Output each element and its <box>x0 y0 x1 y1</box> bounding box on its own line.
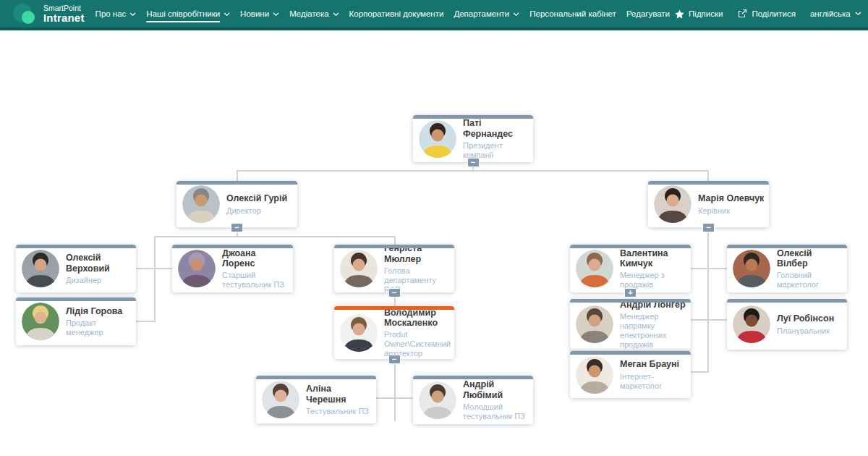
navbar-right: Підписки Поділитися англійська <box>675 9 861 19</box>
nav-item-employees[interactable]: Наші співробітники <box>141 0 235 28</box>
expand-button[interactable]: + <box>624 288 637 297</box>
employee-title: Планувальник <box>777 326 834 336</box>
employee-card-maria-olevchuk[interactable]: Марія Олевчук Керівник <box>648 181 769 227</box>
employee-card-volodymyr-moskalenko[interactable]: Володимир Москаленко Produt Owner\Систем… <box>334 306 454 359</box>
chevron-down-icon <box>855 12 861 16</box>
card-accent-bar <box>570 299 691 303</box>
share-label: Поділитися <box>752 9 795 18</box>
smartpoint-logo[interactable]: SmartPoint Intranet <box>13 1 85 26</box>
chevron-down-icon <box>129 12 136 17</box>
chevron-down-icon <box>333 12 339 17</box>
avatar <box>22 303 59 340</box>
card-accent-bar <box>727 245 847 248</box>
card-accent-bar <box>727 299 847 303</box>
employee-name: Олексій Верховий <box>66 253 133 274</box>
employee-title: Інтернет-маркетолог <box>620 372 688 391</box>
collapse-button[interactable]: − <box>388 288 401 297</box>
employee-name: Марія Олевчук <box>698 193 764 203</box>
collapse-button[interactable]: − <box>702 223 715 232</box>
share-button[interactable]: Поділитися <box>737 9 795 19</box>
card-accent-bar <box>648 181 769 185</box>
nav-item-edit[interactable]: Редагувати <box>621 0 675 28</box>
employee-card-valentyna-kymchuk[interactable]: Валентина Кимчук Менеджер з продажів <box>570 245 691 292</box>
avatar <box>733 250 770 287</box>
employee-card-oleksii-vilber[interactable]: Олексій Вілбер Головний маркетолог <box>727 245 847 292</box>
nav-item-cabinet[interactable]: Персональний кабінет <box>524 0 621 28</box>
connector-line <box>136 321 155 322</box>
connector-line <box>136 268 172 269</box>
employee-card-mehan-brauni[interactable]: Меган Брауні Інтернет-маркетолог <box>570 351 691 398</box>
employee-name: Лідія Горова <box>66 306 133 316</box>
employee-card-alina-chereshnia[interactable]: Аліна Черешня Тестувальник ПЗ <box>256 376 376 423</box>
nav-item-documents[interactable]: Корпоративні документи <box>344 0 449 28</box>
employee-text: Олексій Верховий Дизайнер <box>66 252 133 285</box>
connector-line <box>237 170 709 172</box>
card-accent-bar <box>172 245 293 248</box>
nav-item-label: Корпоративні документи <box>349 9 444 18</box>
employee-card-henrista-muller[interactable]: Генріста Мюллер Голова департаменту R&D <box>334 245 454 292</box>
card-accent-bar <box>334 306 454 310</box>
collapse-button[interactable]: − <box>388 355 401 364</box>
connector-line <box>154 236 156 322</box>
card-accent-bar <box>570 351 691 355</box>
logo-line2: Intranet <box>43 12 85 24</box>
employee-text: Олексій Вілбер Головний маркетолог <box>777 248 844 290</box>
employee-name: Джоана Лоренс <box>222 248 290 269</box>
avatar <box>419 381 456 419</box>
logo-line1: SmartPoint <box>43 4 85 12</box>
employee-card-lidia-horova[interactable]: Лідія Горова Продакт менеджер <box>16 297 136 345</box>
avatar <box>733 305 770 343</box>
employee-card-andrii-liubimyi[interactable]: Андрій Любімий Молодший тестувальник ПЗ <box>413 376 533 424</box>
connector-line <box>707 171 709 181</box>
employee-name: Луї Робінсон <box>777 313 834 324</box>
share-icon <box>737 9 747 19</box>
employee-card-oleksii-gurii[interactable]: Олексій Гурій Директор <box>176 181 297 227</box>
avatar <box>419 120 456 158</box>
employee-card-andrii-longer[interactable]: Андрій Лонгер Менеджер напрямку електрон… <box>570 299 691 350</box>
employee-title: Керівник <box>698 206 764 216</box>
collapse-button[interactable]: − <box>231 223 243 232</box>
employee-text: Луї Робінсон Планувальник <box>777 313 834 335</box>
avatar <box>182 185 220 223</box>
card-accent-bar <box>413 376 533 379</box>
connector-line <box>154 236 396 237</box>
avatar <box>576 305 613 343</box>
nav-item-label: Редагувати <box>626 9 670 18</box>
employee-name: Володимир Москаленко <box>384 308 451 329</box>
employee-text: Марія Олевчук Керівник <box>698 193 764 215</box>
connector-line <box>237 171 238 181</box>
avatar <box>22 250 59 287</box>
collapse-button[interactable]: − <box>467 158 480 167</box>
card-accent-bar <box>256 376 376 379</box>
nav-item-media[interactable]: Медіатека <box>284 0 344 28</box>
employee-title: Молодший тестувальник ПЗ <box>463 402 530 421</box>
employee-text: Генріста Мюллер Голова департаменту R&D <box>384 242 451 295</box>
nav-item-about[interactable]: Про нас <box>90 0 142 28</box>
employee-name: Олексій Гурій <box>226 193 287 203</box>
employee-text: Олексій Гурій Директор <box>226 193 287 215</box>
avatar <box>576 356 613 394</box>
subscriptions-button[interactable]: Підписки <box>675 9 723 19</box>
employee-title: Менеджер з продажів <box>620 271 688 290</box>
nav-item-departments[interactable]: Департаменти <box>448 0 524 28</box>
connector-line <box>691 319 728 321</box>
employee-title: Головний маркетолог <box>777 271 844 290</box>
language-selector[interactable]: англійська <box>810 9 861 18</box>
employee-title: Тестувальник ПЗ <box>306 407 373 416</box>
nav-item-news[interactable]: Новини <box>235 0 284 28</box>
top-navbar: SmartPoint Intranet Про нас Наші співроб… <box>0 0 868 30</box>
employee-name: Аліна Черешня <box>306 384 373 405</box>
star-icon <box>675 9 684 19</box>
employee-card-dzhoana-lorens[interactable]: Джоана Лоренс Старший тестувальник ПЗ <box>172 245 293 292</box>
avatar <box>654 185 692 223</box>
employee-card-oleksii-verkhovyi[interactable]: Олексій Верховий Дизайнер <box>16 245 136 292</box>
avatar <box>262 381 299 418</box>
employee-card-lui-robinson[interactable]: Луї Робінсон Планувальник <box>727 299 847 350</box>
employee-title: Продакт менеджер <box>66 318 133 337</box>
connector-line <box>394 360 396 421</box>
employee-text: Джоана Лоренс Старший тестувальник ПЗ <box>222 248 290 290</box>
logo-text: SmartPoint Intranet <box>43 4 85 24</box>
employee-card-pati-fernandes[interactable]: Паті Фернандес Президент компанії <box>413 115 533 162</box>
employee-name: Олексій Вілбер <box>777 248 844 269</box>
employee-text: Паті Фернандес Президент компанії <box>463 117 530 160</box>
